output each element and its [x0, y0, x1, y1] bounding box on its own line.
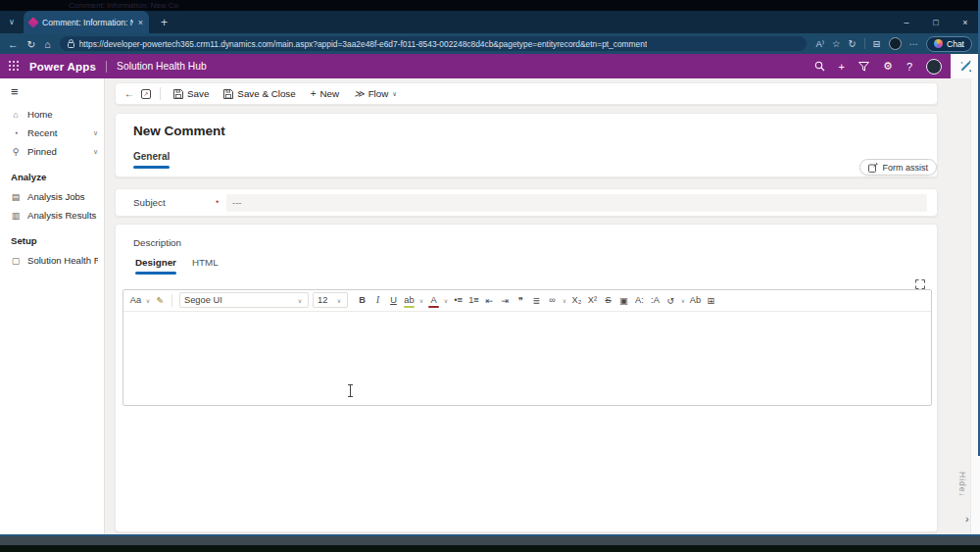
collections-icon[interactable]: ⊟ — [873, 38, 881, 49]
brand-name[interactable]: Power Apps — [29, 61, 96, 73]
sidebar-item-analysis-results[interactable]: ▥ Analysis Results — [0, 206, 104, 225]
increase-indent-button[interactable]: ⇥ — [498, 292, 513, 308]
tab-designer-label: Designer — [135, 257, 176, 268]
text-direction-rtl-button[interactable]: :A — [648, 292, 662, 308]
insert-table-button[interactable]: ⊞ — [704, 292, 718, 308]
font-name-select[interactable]: Segoe UI ∨ — [179, 292, 309, 308]
waffle-menu-icon[interactable] — [9, 61, 20, 72]
underline-button[interactable]: U — [386, 292, 401, 308]
highlight-button[interactable]: ab — [402, 292, 416, 308]
sync-icon[interactable]: ↻ — [849, 38, 857, 49]
tab-close-icon[interactable]: × — [138, 18, 143, 27]
active-tab-underline — [135, 272, 176, 275]
sidebar-item-pinned[interactable]: ⚲ Pinned ∨ — [0, 142, 104, 161]
text-cursor — [350, 384, 351, 397]
back-icon[interactable]: ← — [124, 88, 134, 99]
app-name[interactable]: Solution Health Hub — [117, 61, 207, 72]
format-painter-button[interactable]: ✎ — [153, 292, 168, 308]
font-size-select[interactable]: 12 ∨ — [313, 292, 348, 308]
new-tab-button[interactable]: + — [161, 16, 168, 29]
decrease-indent-button[interactable]: ⇤ — [482, 292, 497, 308]
gear-icon[interactable]: ⚙ — [883, 60, 893, 73]
superscript-button[interactable]: X² — [585, 292, 600, 308]
sidebar-section-setup: Setup — [0, 225, 104, 251]
insert-image-button[interactable]: ▣ — [616, 292, 631, 308]
flow-button[interactable]: ≫ Flow ∨ — [350, 88, 401, 99]
url-text: https://developer-powertech365.crm11.dyn… — [79, 39, 648, 49]
rich-text-editor: Aa ∨ ✎ Segoe UI ∨ 12 ∨ B I U ab — [122, 289, 932, 406]
bold-button[interactable]: B — [355, 292, 369, 308]
tab-search-icon[interactable]: ∨ — [0, 18, 24, 26]
form-assist-icon — [868, 163, 878, 173]
active-tab-underline — [133, 166, 170, 169]
add-icon[interactable]: + — [839, 61, 845, 73]
form-assist-button[interactable]: Form assist — [859, 159, 937, 176]
popout-icon[interactable]: ↗ — [141, 89, 151, 99]
format-options-button[interactable]: Aa — [128, 292, 143, 308]
browser-reload-icon[interactable]: ↻ — [27, 38, 36, 50]
chevron-right-icon[interactable]: › — [965, 513, 969, 525]
save-and-close-button[interactable]: Save & Close — [220, 88, 299, 99]
chevron-down-icon: ∨ — [296, 297, 304, 304]
browser-home-icon[interactable]: ⌂ — [44, 38, 50, 50]
text-direction-ltr-button[interactable]: A: — [632, 292, 647, 308]
save-close-icon — [223, 89, 233, 99]
expand-editor-button[interactable] — [915, 276, 925, 293]
chevron-down-icon[interactable]: ∨ — [93, 129, 98, 137]
editor-canvas[interactable] — [123, 312, 931, 405]
hide-panel-handle[interactable]: Hide↓ — [957, 472, 967, 498]
bullet-list-button[interactable]: •≡ — [451, 292, 466, 308]
chevron-down-icon[interactable]: ∨ — [93, 148, 98, 156]
blockquote-button[interactable]: ❞ — [514, 292, 528, 308]
filter-icon[interactable] — [858, 62, 869, 72]
tab-general[interactable]: General — [133, 151, 170, 169]
window-title-ghost: Comment: Information: New Co — [0, 0, 980, 11]
read-aloud-icon[interactable]: A⁾ — [815, 38, 824, 49]
undo-button[interactable]: ↺ — [663, 292, 678, 308]
browser-profile-avatar[interactable] — [889, 37, 902, 50]
italic-button[interactable]: I — [370, 292, 385, 308]
strikethrough-button[interactable]: S — [601, 292, 615, 308]
browser-tab[interactable]: Comment: Information: New Com × — [24, 11, 149, 33]
more-menu-icon[interactable]: ⋯ — [909, 38, 919, 49]
hamburger-menu-icon[interactable]: ≡ — [0, 83, 104, 105]
align-button[interactable]: ≣ — [529, 292, 544, 308]
close-button[interactable]: × — [951, 18, 980, 27]
tab-designer[interactable]: Designer — [135, 257, 176, 275]
font-size-value: 12 — [318, 295, 327, 305]
font-color-button[interactable]: A — [426, 292, 441, 308]
sidebar-item-analysis-jobs[interactable]: ▤ Analysis Jobs — [0, 187, 104, 206]
header-actions: + ⚙ ? — [814, 59, 942, 75]
sidebar-item-recent[interactable]: ◔ Recent ∨ — [0, 124, 104, 142]
numbered-list-button[interactable]: 1≡ — [466, 292, 481, 308]
subject-input[interactable] — [226, 194, 927, 212]
description-tabs: Designer HTML — [122, 257, 932, 275]
clear-formatting-button[interactable]: Ab — [688, 292, 703, 308]
url-field[interactable]: https://developer-powertech365.crm11.dyn… — [60, 36, 808, 51]
chat-button[interactable]: Chat — [926, 36, 972, 52]
insert-link-button[interactable]: ∞ — [545, 292, 560, 308]
power-apps-tab-icon — [27, 17, 38, 27]
help-icon[interactable]: ? — [906, 61, 912, 73]
tab-general-label: General — [133, 151, 170, 162]
subscript-button[interactable]: X₂ — [569, 292, 584, 308]
home-icon: ⌂ — [11, 110, 21, 120]
sidebar-item-solution-health-rule[interactable]: ▢ Solution Health Rule … — [0, 251, 104, 270]
clock-icon: ◔ — [11, 128, 21, 138]
command-bar: ← ↗ Save Save & Close + New ≫ Flow ∨ — [115, 82, 938, 105]
browser-back-icon[interactable]: ← — [8, 38, 19, 50]
favorite-star-icon[interactable]: ☆ — [832, 38, 841, 49]
magic-wand-icon[interactable] — [959, 60, 972, 73]
new-button[interactable]: + New — [307, 88, 343, 99]
user-avatar[interactable] — [926, 59, 942, 75]
save-button[interactable]: Save — [170, 88, 213, 99]
maximize-button[interactable]: □ — [921, 18, 951, 27]
minimize-button[interactable]: – — [892, 18, 921, 27]
sidebar-item-home[interactable]: ⌂ Home — [0, 105, 104, 124]
tab-html[interactable]: HTML — [192, 257, 219, 275]
chevron-down-icon: ∨ — [679, 297, 687, 304]
search-icon[interactable] — [814, 61, 825, 72]
tab-html-label: HTML — [192, 257, 219, 268]
sidebar-item-label: Analysis Results — [27, 210, 98, 221]
chevron-down-icon: ∨ — [442, 297, 450, 304]
